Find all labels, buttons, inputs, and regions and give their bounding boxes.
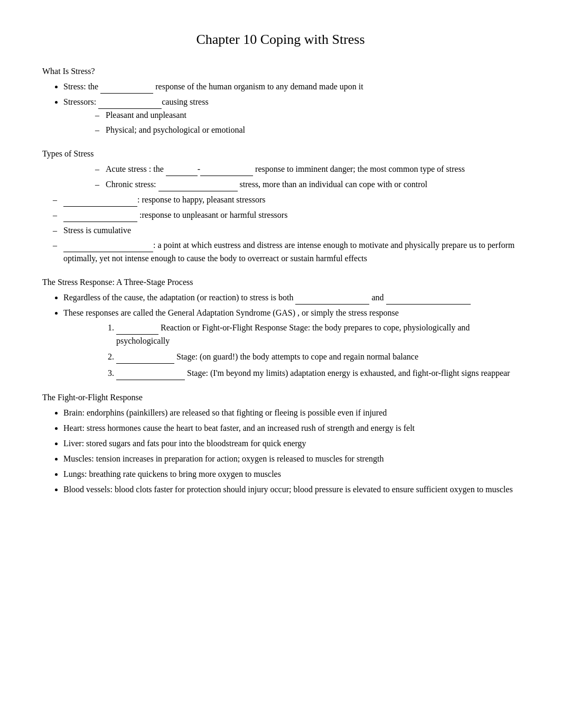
list-item: These responses are called the General A…	[63, 307, 519, 380]
list-item: Reaction or Fight-or-Flight Response Sta…	[116, 321, 519, 347]
list-item: Regardless of the cause, the adaptation …	[63, 291, 519, 305]
stressors-text-after: causing stress	[162, 97, 208, 106]
list-item: Muscles: tension increases in preparatio…	[63, 453, 519, 465]
distress-blank	[63, 209, 137, 222]
types-inner-dash-list: Acute stress : the - response to imminen…	[95, 163, 519, 191]
stage1-text: Reaction or Fight-or-Flight Response Sta…	[116, 323, 470, 345]
acute-blank1	[166, 163, 198, 176]
list-item: Heart: stress hormones cause the heart t…	[63, 422, 519, 435]
list-item: Lungs: breathing rate quickens to bring …	[63, 468, 519, 481]
both-blank1	[295, 291, 369, 305]
stress-response-heading: The Stress Response: A Three-Stage Proce…	[42, 278, 519, 287]
what-is-stress-list: Stress: the response of the human organi…	[63, 80, 519, 136]
list-item: : response to happy, pleasant stressors	[53, 193, 519, 207]
eustress-blank	[63, 193, 137, 207]
acute-text-before: Acute stress : the	[106, 164, 166, 173]
what-is-stress-section: What Is Stress? Stress: the response of …	[42, 67, 519, 136]
list-item: : a point at which eustress and distress…	[53, 239, 519, 265]
fight-flight-section: The Fight-or-Flight Response Brain: endo…	[42, 393, 519, 496]
stages-list: Reaction or Fight-or-Flight Response Sta…	[116, 321, 519, 380]
list-item: Brain: endorphins (painkillers) are rele…	[63, 407, 519, 419]
acute-text-after: response to imminent danger; the most co…	[253, 164, 465, 173]
stage2-blank	[116, 351, 174, 364]
types-of-stress-section: Types of Stress Acute stress : the - res…	[42, 149, 519, 265]
eustress-text: : response to happy, pleasant stressors	[137, 195, 265, 204]
stress-text-after: response of the human organism to any de…	[153, 82, 363, 91]
stage1-blank	[116, 321, 158, 335]
stage3-text: Stage: (I'm beyond my limits) adaptation…	[185, 368, 510, 377]
types-of-stress-heading: Types of Stress	[42, 149, 519, 159]
optimal-blank	[63, 239, 153, 252]
fight-flight-list: Brain: endorphins (painkillers) are rele…	[63, 407, 519, 496]
list-item: Stage: (on guard!) the body attempts to …	[116, 351, 519, 364]
distress-text: :response to unpleasant or harmful stres…	[137, 210, 287, 219]
stage2-text: Stage: (on guard!) the body attempts to …	[174, 352, 418, 361]
stressors-blank	[98, 96, 162, 109]
list-item: Chronic stress: stress, more than an ind…	[95, 178, 519, 191]
stressors-text-before: Stressors:	[63, 97, 98, 106]
list-item: Blood vessels: blood clots faster for pr…	[63, 483, 519, 496]
stressors-sub-list: Pleasant and unpleasant Physical; and ps…	[95, 109, 519, 136]
types-outer-dash-list: : response to happy, pleasant stressors …	[53, 193, 519, 265]
stress-blank	[100, 80, 153, 94]
stress-response-section: The Stress Response: A Three-Stage Proce…	[42, 278, 519, 380]
chronic-text-after: stress, more than an individual can cope…	[238, 180, 427, 189]
both-blank2	[386, 291, 471, 305]
list-item: :response to unpleasant or harmful stres…	[53, 209, 519, 222]
page-title: Chapter 10 Coping with Stress	[42, 32, 519, 48]
stress-response-list: Regardless of the cause, the adaptation …	[63, 291, 519, 380]
stage3-blank	[116, 367, 185, 380]
stress-text-before: Stress: the	[63, 82, 100, 91]
these-responses-text: These responses are called the General A…	[63, 308, 399, 317]
regardless-text-before: Regardless of the cause, the adaptation …	[63, 293, 295, 302]
list-item: Pleasant and unpleasant	[95, 109, 519, 122]
and-text: and	[369, 293, 386, 302]
list-item: Stress: the response of the human organi…	[63, 80, 519, 94]
list-item: Stress is cumulative	[53, 224, 519, 237]
chronic-text-before: Chronic stress:	[106, 180, 158, 189]
list-item: Stage: (I'm beyond my limits) adaptation…	[116, 367, 519, 380]
list-item: Liver: stored sugars and fats pour into …	[63, 437, 519, 450]
fight-flight-heading: The Fight-or-Flight Response	[42, 393, 519, 402]
list-item: Physical; and psychological or emotional	[95, 124, 519, 136]
acute-blank2	[200, 163, 253, 176]
cumulative-text: Stress is cumulative	[63, 226, 131, 235]
chronic-blank	[158, 178, 238, 191]
list-item: Acute stress : the - response to imminen…	[95, 163, 519, 176]
what-is-stress-heading: What Is Stress?	[42, 67, 519, 76]
list-item: Stressors: causing stress Pleasant and u…	[63, 96, 519, 136]
